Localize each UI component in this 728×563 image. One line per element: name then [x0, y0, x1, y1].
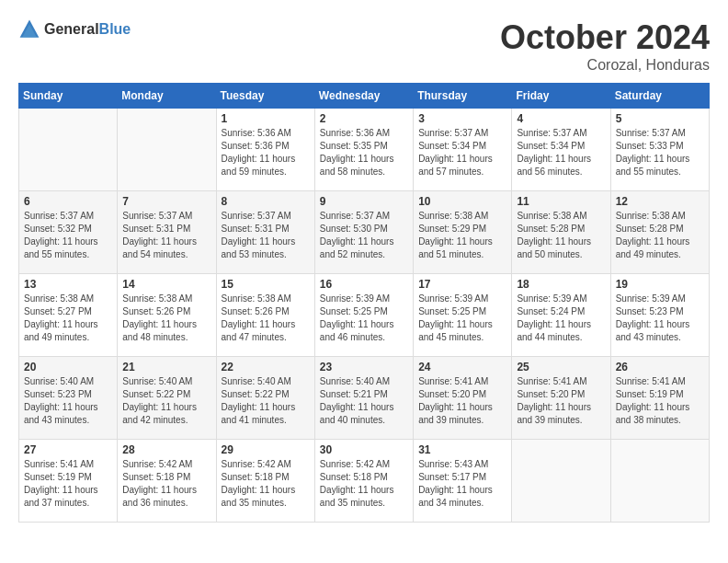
calendar-cell: 14 Sunrise: 5:38 AM Sunset: 5:26 PM Dayl… — [118, 274, 216, 357]
day-number: 19 — [616, 278, 704, 291]
calendar-cell — [118, 109, 216, 191]
day-info: Sunrise: 5:37 AM Sunset: 5:31 PM Dayligh… — [122, 210, 210, 261]
sunrise-text: Sunrise: 5:37 AM — [320, 211, 390, 221]
sunrise-text: Sunrise: 5:42 AM — [320, 459, 390, 469]
day-number: 11 — [517, 195, 605, 208]
day-number: 8 — [222, 195, 310, 208]
sunrise-text: Sunrise: 5:43 AM — [418, 459, 488, 469]
sunset-text: Sunset: 5:25 PM — [418, 306, 486, 316]
daylight-text: Daylight: 11 hours and 53 minutes. — [222, 236, 296, 259]
sunset-text: Sunset: 5:23 PM — [616, 306, 684, 316]
calendar-cell: 10 Sunrise: 5:38 AM Sunset: 5:29 PM Dayl… — [414, 191, 512, 274]
sunrise-text: Sunrise: 5:37 AM — [418, 128, 488, 138]
sunset-text: Sunset: 5:20 PM — [418, 389, 486, 399]
day-info: Sunrise: 5:40 AM Sunset: 5:23 PM Dayligh… — [24, 375, 112, 427]
day-info: Sunrise: 5:39 AM Sunset: 5:25 PM Dayligh… — [418, 293, 506, 344]
day-info: Sunrise: 5:41 AM Sunset: 5:20 PM Dayligh… — [418, 375, 506, 427]
day-number: 6 — [24, 195, 112, 208]
sunset-text: Sunset: 5:25 PM — [320, 306, 388, 316]
calendar-cell: 27 Sunrise: 5:41 AM Sunset: 5:19 PM Dayl… — [19, 440, 118, 523]
day-number: 14 — [122, 278, 210, 291]
weekday-header-monday: Monday — [118, 84, 216, 109]
sunrise-text: Sunrise: 5:38 AM — [222, 293, 291, 304]
calendar-cell: 19 Sunrise: 5:39 AM Sunset: 5:23 PM Dayl… — [610, 274, 709, 357]
sunset-text: Sunset: 5:26 PM — [222, 306, 290, 316]
day-number: 9 — [320, 195, 408, 208]
day-info: Sunrise: 5:42 AM Sunset: 5:18 PM Dayligh… — [320, 458, 408, 510]
sunset-text: Sunset: 5:21 PM — [320, 389, 388, 399]
daylight-text: Daylight: 11 hours and 59 minutes. — [222, 154, 296, 177]
daylight-text: Daylight: 11 hours and 46 minutes. — [320, 319, 394, 342]
sunrise-text: Sunrise: 5:38 AM — [122, 293, 192, 304]
day-info: Sunrise: 5:40 AM Sunset: 5:22 PM Dayligh… — [222, 375, 310, 427]
calendar-cell: 12 Sunrise: 5:38 AM Sunset: 5:28 PM Dayl… — [610, 191, 709, 274]
day-number: 23 — [320, 361, 408, 373]
day-info: Sunrise: 5:37 AM Sunset: 5:30 PM Dayligh… — [320, 210, 408, 261]
sunrise-text: Sunrise: 5:38 AM — [616, 211, 686, 221]
day-number: 17 — [418, 278, 506, 291]
calendar-cell: 21 Sunrise: 5:40 AM Sunset: 5:22 PM Dayl… — [118, 357, 216, 440]
sunset-text: Sunset: 5:31 PM — [122, 224, 190, 234]
sunset-text: Sunset: 5:28 PM — [517, 224, 585, 234]
day-info: Sunrise: 5:37 AM Sunset: 5:34 PM Dayligh… — [418, 127, 506, 178]
daylight-text: Daylight: 11 hours and 47 minutes. — [222, 319, 296, 342]
day-number: 26 — [616, 361, 704, 373]
sunrise-text: Sunrise: 5:42 AM — [122, 459, 192, 469]
calendar-week-row: 6 Sunrise: 5:37 AM Sunset: 5:32 PM Dayli… — [19, 191, 710, 274]
day-info: Sunrise: 5:37 AM Sunset: 5:34 PM Dayligh… — [517, 127, 605, 178]
page-header: GeneralBlue October 2024 Corozal, Hondur… — [18, 18, 710, 74]
calendar-cell: 7 Sunrise: 5:37 AM Sunset: 5:31 PM Dayli… — [118, 191, 216, 274]
sunset-text: Sunset: 5:33 PM — [616, 141, 684, 151]
sunset-text: Sunset: 5:18 PM — [222, 472, 290, 482]
sunrise-text: Sunrise: 5:36 AM — [320, 128, 390, 138]
sunrise-text: Sunrise: 5:42 AM — [222, 459, 291, 469]
calendar-cell: 3 Sunrise: 5:37 AM Sunset: 5:34 PM Dayli… — [414, 109, 512, 191]
calendar-cell — [512, 440, 610, 523]
sunrise-text: Sunrise: 5:40 AM — [122, 376, 192, 386]
day-number: 7 — [122, 195, 210, 208]
daylight-text: Daylight: 11 hours and 54 minutes. — [122, 236, 197, 259]
daylight-text: Daylight: 11 hours and 43 minutes. — [24, 402, 98, 425]
sunrise-text: Sunrise: 5:41 AM — [517, 376, 586, 386]
sunrise-text: Sunrise: 5:41 AM — [418, 376, 488, 386]
calendar-cell: 31 Sunrise: 5:43 AM Sunset: 5:17 PM Dayl… — [414, 440, 512, 523]
day-info: Sunrise: 5:41 AM Sunset: 5:19 PM Dayligh… — [616, 375, 704, 427]
calendar-cell: 24 Sunrise: 5:41 AM Sunset: 5:20 PM Dayl… — [414, 357, 512, 440]
daylight-text: Daylight: 11 hours and 41 minutes. — [222, 402, 296, 425]
sunrise-text: Sunrise: 5:39 AM — [320, 293, 390, 304]
sunrise-text: Sunrise: 5:37 AM — [24, 211, 94, 221]
daylight-text: Daylight: 11 hours and 34 minutes. — [418, 485, 493, 508]
sunrise-text: Sunrise: 5:37 AM — [616, 128, 686, 138]
day-info: Sunrise: 5:40 AM Sunset: 5:22 PM Dayligh… — [122, 375, 210, 427]
daylight-text: Daylight: 11 hours and 49 minutes. — [24, 319, 98, 342]
sunset-text: Sunset: 5:34 PM — [418, 141, 486, 151]
calendar-cell: 6 Sunrise: 5:37 AM Sunset: 5:32 PM Dayli… — [19, 191, 118, 274]
day-info: Sunrise: 5:37 AM Sunset: 5:33 PM Dayligh… — [616, 127, 704, 178]
sunset-text: Sunset: 5:18 PM — [320, 472, 388, 482]
calendar-cell — [19, 109, 118, 191]
day-info: Sunrise: 5:42 AM Sunset: 5:18 PM Dayligh… — [122, 458, 210, 510]
daylight-text: Daylight: 11 hours and 35 minutes. — [222, 485, 296, 508]
daylight-text: Daylight: 11 hours and 52 minutes. — [320, 236, 394, 259]
day-number: 28 — [122, 443, 210, 456]
sunset-text: Sunset: 5:18 PM — [122, 472, 190, 482]
calendar-cell: 2 Sunrise: 5:36 AM Sunset: 5:35 PM Dayli… — [314, 109, 413, 191]
sunrise-text: Sunrise: 5:38 AM — [517, 211, 586, 221]
day-number: 18 — [517, 278, 605, 291]
sunset-text: Sunset: 5:32 PM — [24, 224, 92, 234]
logo-text: GeneralBlue — [44, 21, 131, 38]
sunrise-text: Sunrise: 5:38 AM — [418, 211, 488, 221]
day-info: Sunrise: 5:41 AM Sunset: 5:20 PM Dayligh… — [517, 375, 605, 427]
calendar-cell: 9 Sunrise: 5:37 AM Sunset: 5:30 PM Dayli… — [314, 191, 413, 274]
calendar-cell: 18 Sunrise: 5:39 AM Sunset: 5:24 PM Dayl… — [512, 274, 610, 357]
day-info: Sunrise: 5:42 AM Sunset: 5:18 PM Dayligh… — [222, 458, 310, 510]
day-info: Sunrise: 5:38 AM Sunset: 5:28 PM Dayligh… — [517, 210, 605, 261]
daylight-text: Daylight: 11 hours and 37 minutes. — [24, 485, 98, 508]
calendar-cell: 1 Sunrise: 5:36 AM Sunset: 5:36 PM Dayli… — [216, 109, 314, 191]
daylight-text: Daylight: 11 hours and 55 minutes. — [616, 154, 690, 177]
sunset-text: Sunset: 5:23 PM — [24, 389, 92, 399]
logo-general: General — [44, 21, 99, 37]
sunset-text: Sunset: 5:35 PM — [320, 141, 388, 151]
day-number: 12 — [616, 195, 704, 208]
weekday-header-wednesday: Wednesday — [314, 84, 413, 109]
